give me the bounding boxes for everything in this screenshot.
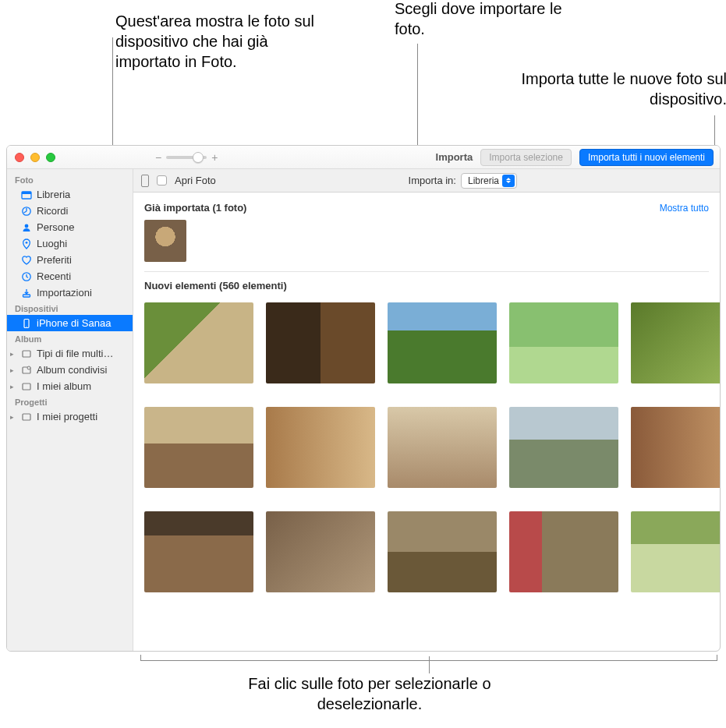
clock-icon: [21, 271, 32, 282]
callout-choose-dest: Scegli dove importare le foto.: [395, 0, 590, 39]
titlebar: − + Importa Importa selezione Importa tu…: [7, 146, 720, 169]
sidebar-item-library[interactable]: Libreria: [7, 186, 133, 203]
svg-point-8: [26, 326, 27, 327]
sidebar-label: iPhone di Sanaa: [37, 317, 111, 329]
photo-thumbnail[interactable]: [631, 302, 720, 383]
open-photos-label: Apri Foto: [175, 175, 216, 186]
device-icon: [141, 175, 149, 187]
already-imported-thumbnail[interactable]: [144, 220, 186, 262]
zoom-out-icon: −: [155, 151, 161, 164]
new-items-heading: Nuovi elementi (560 elementi): [144, 280, 287, 292]
window-controls: [7, 153, 55, 162]
import-options-bar: Apri Foto Importa in: Libreria: [133, 169, 720, 193]
svg-point-3: [25, 224, 29, 228]
sidebar-group-devices: Dispositivi: [7, 301, 133, 315]
zoom-button[interactable]: [46, 153, 55, 162]
sidebar-item-places[interactable]: Luoghi: [7, 235, 133, 252]
library-icon: [21, 189, 32, 200]
people-icon: [21, 222, 32, 233]
svg-rect-12: [23, 383, 30, 390]
sidebar-label: Importazioni: [37, 287, 92, 299]
popup-arrows-icon: [502, 175, 515, 187]
sidebar-item-media-types[interactable]: ▸ Tipi di file multi…: [7, 345, 133, 362]
photo-thumbnail[interactable]: [388, 407, 497, 488]
sidebar-group-photos: Foto: [7, 172, 133, 186]
album-icon: [21, 381, 32, 392]
callout-click-select: Fai clic sulle foto per selezionarle o d…: [206, 673, 533, 714]
sidebar-item-recents[interactable]: Recenti: [7, 268, 133, 284]
photo-thumbnail[interactable]: [144, 511, 253, 592]
sidebar-label: Persone: [37, 221, 74, 233]
photo-thumbnail[interactable]: [144, 407, 253, 488]
import-icon: [21, 288, 32, 299]
sidebar-group-albums: Album: [7, 331, 133, 345]
already-imported-heading: Già importata (1 foto): [144, 202, 246, 214]
sidebar-label: Recenti: [37, 270, 71, 282]
bracket: [140, 655, 717, 661]
import-in-label: Importa in:: [409, 175, 456, 186]
slider-knob[interactable]: [193, 152, 204, 163]
chevron-right-icon: ▸: [10, 350, 14, 358]
sidebar-label: Album condivisi: [37, 364, 107, 376]
sidebar-item-my-albums[interactable]: ▸ I miei album: [7, 378, 133, 394]
photo-thumbnail[interactable]: [388, 511, 497, 592]
slider-track[interactable]: [166, 156, 207, 159]
chevron-right-icon: ▸: [10, 366, 14, 374]
chevron-right-icon: ▸: [10, 383, 14, 391]
svg-rect-1: [22, 192, 31, 194]
sidebar-item-my-projects[interactable]: ▸ I miei progetti: [7, 408, 133, 425]
chevron-right-icon: ▸: [10, 413, 14, 421]
content-area[interactable]: Già importata (1 foto) Mostra tutto Nuov…: [133, 193, 720, 651]
photo-thumbnail[interactable]: [266, 302, 375, 383]
sidebar-label: I miei progetti: [37, 411, 97, 422]
section-divider: [144, 271, 709, 272]
photo-thumbnail[interactable]: [509, 302, 618, 383]
close-button[interactable]: [15, 153, 24, 162]
sidebar-item-shared-albums[interactable]: ▸ Album condivisi: [7, 362, 133, 378]
import-selection-button[interactable]: Importa selezione: [480, 149, 572, 166]
album-icon: [21, 348, 32, 359]
callout-import-all: Importa tutte le nuove foto sul disposit…: [501, 69, 726, 109]
sidebar-label: Ricordi: [37, 205, 68, 217]
sidebar-group-projects: Progetti: [7, 394, 133, 408]
main-content: Apri Foto Importa in: Libreria Già impor…: [133, 169, 720, 651]
sidebar-item-memories[interactable]: Ricordi: [7, 203, 133, 219]
svg-rect-13: [23, 414, 30, 420]
svg-point-4: [26, 241, 28, 243]
zoom-in-icon: +: [211, 151, 218, 164]
show-all-link[interactable]: Mostra tutto: [660, 203, 709, 214]
import-destination-popup[interactable]: Libreria: [461, 173, 517, 189]
open-photos-checkbox[interactable]: [157, 175, 167, 186]
places-icon: [21, 239, 32, 249]
svg-point-11: [27, 366, 30, 369]
thumbnail-zoom-slider[interactable]: − +: [155, 151, 218, 164]
toolbar-title: Importa: [436, 151, 473, 163]
sidebar-label: I miei album: [37, 380, 91, 392]
photo-thumbnail[interactable]: [631, 511, 720, 592]
sidebar-item-device[interactable]: iPhone di Sanaa: [7, 315, 133, 331]
photo-thumbnail[interactable]: [388, 302, 497, 383]
svg-rect-9: [23, 351, 30, 357]
photo-thumbnail[interactable]: [266, 511, 375, 592]
minimize-button[interactable]: [30, 153, 40, 162]
photo-thumbnail[interactable]: [144, 302, 253, 383]
heart-icon: [21, 255, 32, 266]
photo-thumbnail[interactable]: [509, 511, 618, 592]
import-destination-value: Libreria: [468, 175, 499, 186]
sidebar-item-people[interactable]: Persone: [7, 219, 133, 235]
photos-window: − + Importa Importa selezione Importa tu…: [6, 145, 721, 652]
sidebar-label: Tipi di file multi…: [37, 348, 113, 359]
sidebar-item-favorites[interactable]: Preferiti: [7, 252, 133, 268]
photo-thumbnail[interactable]: [266, 407, 375, 488]
sidebar-label: Preferiti: [37, 254, 72, 266]
sidebar-label: Libreria: [37, 189, 70, 200]
svg-rect-6: [23, 295, 30, 297]
sidebar: Foto Libreria Ricordi Persone Luoghi Pre…: [7, 169, 133, 651]
photo-thumbnail[interactable]: [631, 407, 720, 488]
leader-line: [714, 115, 715, 145]
callout-already-imported: Quest'area mostra le foto sul dispositiv…: [115, 11, 318, 72]
photo-thumbnail[interactable]: [509, 407, 618, 488]
new-items-grid: [144, 302, 709, 592]
sidebar-item-imports[interactable]: Importazioni: [7, 284, 133, 301]
import-all-new-button[interactable]: Importa tutti i nuovi elementi: [579, 149, 714, 166]
